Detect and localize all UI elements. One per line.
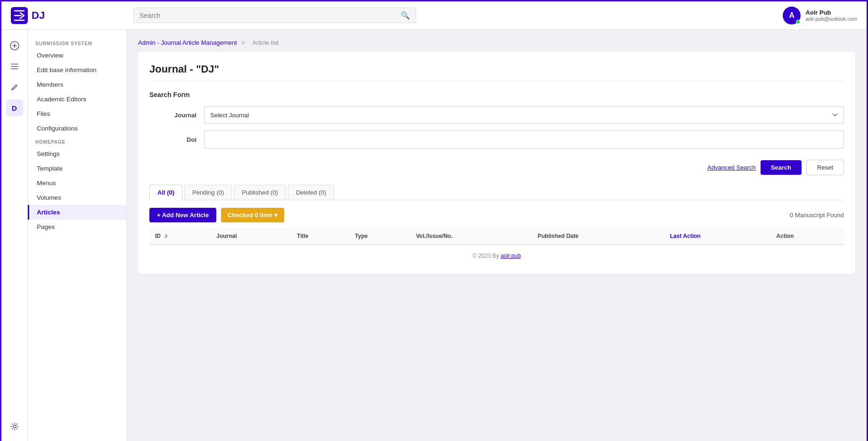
- col-type: Type: [349, 228, 410, 245]
- main-card: Journal - "DJ" Search Form Journal Selec…: [138, 52, 855, 274]
- nav-icon-d[interactable]: D: [6, 99, 23, 116]
- nav-icon-settings[interactable]: [6, 418, 23, 435]
- col-action: Action: [770, 228, 844, 245]
- doi-form-row: Doi: [149, 131, 844, 148]
- footer: © 2023 By aolr.pub: [149, 245, 844, 263]
- checked-items-button[interactable]: Checked 0 Item ▾: [221, 208, 284, 222]
- table-toolbar-left: + Add New Article Checked 0 Item ▾: [149, 208, 284, 222]
- article-tabs: All (0) Pending (0) Published (0) Delete…: [149, 185, 844, 200]
- last-action-link[interactable]: Last Action: [670, 233, 701, 239]
- logo-svg-icon: [11, 7, 28, 24]
- col-journal: Journal: [211, 228, 291, 245]
- col-published-date: Published Date: [532, 228, 664, 245]
- search-icon: 🔍: [401, 11, 410, 20]
- footer-link[interactable]: aolr.pub: [500, 253, 521, 259]
- advanced-search-button[interactable]: Advanced Search: [707, 164, 756, 171]
- avatar: A: [783, 7, 801, 24]
- sidebar-item-template[interactable]: Template: [28, 161, 126, 176]
- user-name: Aolr Pub: [805, 9, 857, 16]
- tab-deleted[interactable]: Deleted (0): [288, 185, 334, 200]
- topbar-search-box[interactable]: 🔍: [133, 8, 416, 23]
- search-button[interactable]: Search: [761, 160, 802, 175]
- journal-form-row: Journal Select Journal: [149, 106, 844, 124]
- page-title: Journal - "DJ": [149, 63, 844, 82]
- journal-label: Journal: [149, 112, 197, 119]
- d-label: D: [12, 104, 17, 112]
- sidebar-item-pages[interactable]: Pages: [28, 220, 126, 234]
- col-title: Title: [291, 228, 349, 245]
- user-email: aolr.pub@outlook.com: [805, 16, 857, 22]
- topbar-user: A Aolr Pub aolr.pub@outlook.com: [783, 7, 857, 24]
- online-indicator: [796, 20, 800, 24]
- search-form-label: Search Form: [149, 91, 844, 98]
- table-header: ID ⇵ Journal Title Type Vol./Issue/No. P…: [149, 228, 844, 245]
- breadcrumb-current: Article list: [252, 39, 278, 46]
- tab-pending[interactable]: Pending (0): [184, 185, 232, 200]
- sort-icon-id[interactable]: ⇵: [164, 234, 168, 239]
- col-last-action: Last Action: [664, 228, 771, 245]
- topbar: DJ 🔍 A Aolr Pub aolr.pub@outlook.com: [1, 1, 867, 30]
- tab-published[interactable]: Published (0): [234, 185, 286, 200]
- topbar-logo: DJ: [11, 7, 133, 24]
- sidebar-item-volumes[interactable]: Volumes: [28, 190, 126, 205]
- breadcrumb-separator: >: [241, 39, 246, 46]
- search-input[interactable]: [139, 12, 397, 19]
- sidebar-item-academic-editors[interactable]: Academic Editors: [28, 92, 126, 106]
- sidebar-item-settings[interactable]: Settings: [28, 147, 126, 161]
- articles-table: ID ⇵ Journal Title Type Vol./Issue/No. P…: [149, 228, 844, 245]
- user-info: Aolr Pub aolr.pub@outlook.com: [805, 9, 857, 22]
- sidebar-item-files[interactable]: Files: [28, 106, 126, 121]
- main-layout: D SUBMISSION SYSTEM Overview Edit base i…: [1, 30, 867, 441]
- form-actions: Advanced Search Search Reset: [149, 155, 844, 175]
- sidebar-item-articles[interactable]: Articles: [28, 205, 126, 220]
- breadcrumb-link-admin[interactable]: Admin - Journal Article Management: [138, 39, 237, 46]
- nav-icon-list[interactable]: [6, 58, 23, 75]
- sidebar-item-members[interactable]: Members: [28, 77, 126, 92]
- content-area: Admin - Journal Article Management > Art…: [127, 30, 867, 441]
- sidebar-item-configurations[interactable]: Configurations: [28, 121, 126, 136]
- doi-input[interactable]: [204, 131, 844, 148]
- reset-button[interactable]: Reset: [806, 160, 844, 175]
- doi-label: Doi: [149, 136, 197, 143]
- logo-text: DJ: [32, 9, 45, 22]
- table-toolbar: + Add New Article Checked 0 Item ▾ 0 Man…: [149, 208, 844, 222]
- breadcrumb: Admin - Journal Article Management > Art…: [138, 39, 855, 46]
- col-vol: Vol./Issue/No.: [410, 228, 532, 245]
- sidebar-item-menus[interactable]: Menus: [28, 176, 126, 190]
- add-new-article-button[interactable]: + Add New Article: [149, 208, 216, 222]
- nav-icon-edit[interactable]: [6, 79, 23, 96]
- journal-select[interactable]: Select Journal: [204, 106, 844, 124]
- sidebar-section-submission: SUBMISSION SYSTEM: [28, 37, 126, 48]
- svg-point-2: [13, 425, 16, 428]
- sidebar-item-overview[interactable]: Overview: [28, 48, 126, 63]
- icon-strip: D: [1, 30, 28, 441]
- manuscript-count: 0 Manuscript Found: [790, 212, 844, 219]
- sidebar-item-edit-base[interactable]: Edit base information: [28, 63, 126, 77]
- tab-all[interactable]: All (0): [149, 185, 182, 200]
- sidebar-section-homepage: HOMEPAGE: [28, 136, 126, 147]
- col-id: ID ⇵: [149, 228, 211, 245]
- nav-icon-plus[interactable]: [6, 37, 23, 54]
- sidebar: SUBMISSION SYSTEM Overview Edit base inf…: [28, 30, 127, 441]
